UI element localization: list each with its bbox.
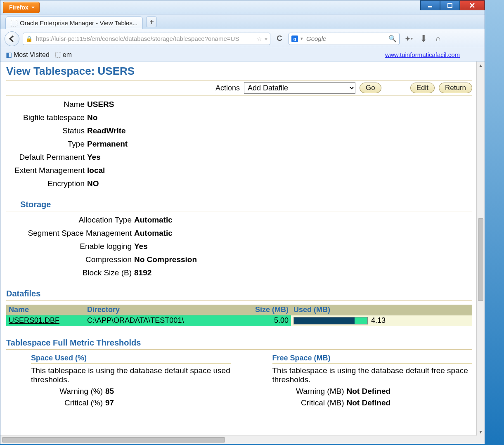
space-used-threshold: Space Used (%) This tablespace is using …: [6, 354, 231, 410]
browser-tab[interactable]: Oracle Enterprise Manager - View Tables.…: [5, 17, 143, 29]
scroll-corner: [476, 436, 485, 444]
bookmark-most-visited[interactable]: ◧ Most Visited: [5, 51, 50, 59]
search-input[interactable]: [305, 35, 386, 43]
status-label: Status: [6, 126, 87, 135]
plus-icon: +: [149, 18, 154, 26]
datafile-used: 4.13: [371, 316, 386, 325]
datafiles-table: Name Directory Size (MB) Used (MB) USERS…: [6, 305, 472, 326]
back-arrow-icon: [8, 35, 16, 43]
content-area: View Tablespace: USERS Actions Add Dataf…: [0, 62, 485, 444]
chevron-down-icon: [31, 5, 35, 9]
scroll-up-arrow-icon[interactable]: ▲: [477, 62, 485, 69]
actions-row: Actions Add Datafile Go Edit Return: [6, 80, 472, 96]
return-button[interactable]: Return: [439, 83, 472, 93]
search-engine-dropdown-icon[interactable]: ▾: [301, 36, 303, 41]
search-bar[interactable]: g ▾ 🔍: [289, 33, 400, 45]
thresholds-columns: Space Used (%) This tablespace is using …: [6, 354, 472, 410]
free-space-title: Free Space (MB): [272, 354, 473, 362]
home-button[interactable]: ⌂: [433, 33, 444, 45]
space-used-desc: This tablespace is using the database de…: [31, 366, 231, 384]
datafiles-heading: Datafiles: [6, 289, 472, 298]
go-button[interactable]: Go: [360, 83, 381, 93]
col-name[interactable]: Name: [6, 305, 85, 315]
col-used[interactable]: Used (MB): [291, 305, 472, 315]
general-properties: NameUSERS Bigfile tablespaceNo StatusRea…: [6, 100, 472, 192]
status-value: ReadWrite: [87, 126, 126, 135]
segspace-label: Segment Space Management: [6, 229, 134, 238]
used-bar: [293, 317, 368, 324]
block-label: Block Size (B): [6, 268, 134, 277]
bookmark-label: Most Visited: [14, 51, 50, 59]
fs-crit-value: Not Defined: [347, 398, 391, 407]
block-value: 8192: [134, 268, 151, 277]
google-icon: g: [291, 36, 298, 42]
defperm-label: Default Permanent: [6, 153, 87, 162]
datafile-name-link[interactable]: USERS01.DBF: [9, 316, 59, 324]
space-used-title: Space Used (%): [31, 354, 231, 362]
su-warn-value: 85: [105, 387, 114, 396]
titlebar: Firefox: [0, 0, 485, 14]
tab-bar: Oracle Enterprise Manager - View Tables.…: [0, 14, 485, 29]
downloads-button[interactable]: ⬇: [418, 33, 429, 45]
vertical-scrollbar[interactable]: ▲ ▼: [476, 62, 485, 436]
url-input[interactable]: [35, 35, 254, 43]
comp-value: No Compression: [134, 255, 197, 264]
free-space-desc: This tablespace is using the database de…: [272, 366, 473, 384]
extent-value: local: [87, 166, 105, 175]
nav-toolbar: 🔒 ☆ ▾ C g ▾ 🔍 ✦▾ ⬇ ⌂: [0, 29, 485, 48]
url-bar[interactable]: 🔒 ☆ ▾: [23, 33, 270, 45]
used-bar-fill: [294, 317, 355, 324]
close-icon: [469, 2, 475, 8]
promo-link[interactable]: www.tuinformaticafacil.com: [385, 51, 460, 58]
name-value: USERS: [87, 100, 114, 109]
col-size[interactable]: Size (MB): [237, 305, 291, 315]
type-label: Type: [6, 140, 87, 149]
extent-label: Extent Management: [6, 166, 87, 175]
browser-window: Firefox Oracle Enterprise Manager - View…: [0, 0, 485, 444]
name-label: Name: [6, 100, 87, 109]
window-controls: [420, 0, 485, 10]
comp-label: Compression: [6, 255, 134, 264]
datafile-used-cell: 4.13: [291, 315, 472, 326]
enc-value: NO: [87, 179, 99, 188]
bigfile-value: No: [87, 113, 97, 122]
url-dropdown-icon[interactable]: ▾: [265, 36, 267, 42]
scroll-thumb[interactable]: [2, 437, 225, 443]
back-button[interactable]: [5, 31, 19, 46]
scroll-thumb[interactable]: [478, 218, 483, 301]
reload-icon: C: [277, 34, 282, 43]
minimize-icon: [427, 2, 433, 8]
firefox-menu-label: Firefox: [9, 4, 28, 11]
minimize-button[interactable]: [420, 0, 440, 10]
edit-button[interactable]: Edit: [410, 83, 435, 93]
scroll-down-arrow-icon[interactable]: ▼: [477, 428, 485, 436]
bookmark-em[interactable]: em: [55, 51, 72, 59]
datafile-dir: C:\APP\ORADATA\TEST001\: [85, 315, 237, 326]
datafile-size: 5.00: [237, 315, 291, 326]
maximize-button[interactable]: [440, 0, 460, 10]
page-icon: [11, 20, 17, 26]
home-icon: ⌂: [436, 34, 441, 43]
firefox-menu-button[interactable]: Firefox: [3, 2, 40, 13]
svg-rect-0: [428, 6, 432, 7]
segspace-value: Automatic: [134, 229, 173, 238]
bookmarks-menu-button[interactable]: ✦▾: [403, 33, 414, 45]
storage-heading: Storage: [20, 200, 472, 209]
close-button[interactable]: [460, 0, 485, 10]
horizontal-scrollbar[interactable]: [0, 436, 476, 444]
bigfile-label: Bigfile tablespace: [6, 113, 87, 122]
search-icon[interactable]: 🔍: [388, 35, 397, 43]
col-dir[interactable]: Directory: [85, 305, 237, 315]
fs-warn-value: Not Defined: [347, 387, 391, 396]
su-crit-label: Critical (%): [6, 398, 105, 407]
reload-button[interactable]: C: [274, 33, 285, 45]
actions-select[interactable]: Add Datafile: [244, 82, 355, 94]
new-tab-button[interactable]: +: [146, 17, 157, 27]
type-value: Permanent: [87, 140, 128, 149]
thresholds-heading: Tablespace Full Metric Thresholds: [6, 338, 472, 348]
su-crit-value: 97: [105, 398, 114, 407]
bookmark-star-icon[interactable]: ☆: [257, 36, 262, 42]
alloc-value: Automatic: [134, 215, 173, 225]
table-row[interactable]: USERS01.DBF C:\APP\ORADATA\TEST001\ 5.00…: [6, 315, 472, 326]
lock-icon: 🔒: [26, 36, 33, 42]
